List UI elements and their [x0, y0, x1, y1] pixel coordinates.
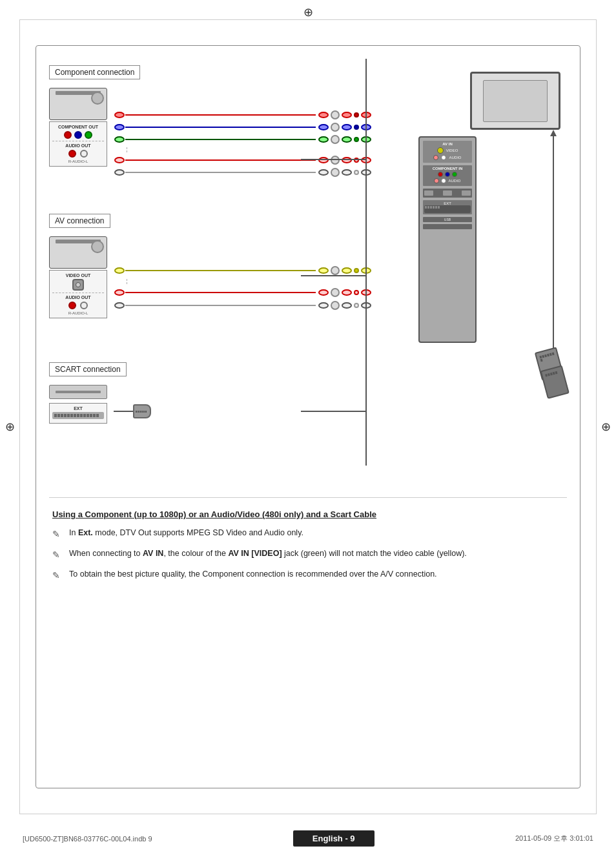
top-center-crosshair: ⊕ [303, 5, 313, 19]
component-r-audio-l: R-AUDIO-L [52, 159, 104, 163]
border-right [596, 19, 597, 814]
right-center-crosshair: ⊕ [601, 420, 611, 434]
border-top [19, 19, 597, 20]
main-content-box: Component connection COMPONENT OUT [36, 45, 580, 788]
tv-diagram: AV IN VIDEO AUDIO COMPONENT IN [418, 72, 560, 298]
av-player-device [49, 236, 107, 269]
component-player-device [49, 88, 107, 120]
note-text-1: In Ext. mode, DTV Out supports MPEG SD V… [69, 527, 303, 539]
component-label: Component connection [49, 65, 140, 79]
note-item-1: ✎ In Ext. mode, DTV Out supports MPEG SD… [52, 527, 564, 541]
border-left [19, 19, 20, 814]
footer-right: 2011-05-09 오후 3:01:01 [515, 834, 593, 843]
component-out-label: COMPONENT OUT [52, 125, 104, 129]
scart-label: SCART connection [49, 362, 127, 376]
note-text-3: To obtain the best picture quality, the … [69, 568, 437, 581]
av-audio-out-label: AUDIO OUT [52, 295, 104, 300]
note-icon-3: ✎ [52, 569, 67, 582]
av-label: AV connection [49, 214, 110, 228]
av-section: AV connection VIDEO OUT [49, 214, 372, 318]
footer-left: [UD6500-ZT]BN68-03776C-00L04.indb 9 [23, 835, 152, 843]
notes-title: Using a Component (up to 1080p) or an Au… [52, 509, 564, 519]
component-section: Component connection COMPONENT OUT [49, 65, 372, 180]
diagram-area: Component connection COMPONENT OUT [49, 59, 567, 498]
scart-section: SCART connection EXT [49, 362, 372, 424]
footer: [UD6500-ZT]BN68-03776C-00L04.indb 9 Engl… [0, 830, 616, 847]
note-icon-1: ✎ [52, 528, 67, 541]
component-audio-out-label: AUDIO OUT [52, 143, 104, 148]
scart-ext-label: EXT [52, 406, 104, 411]
note-item-2: ✎ When connecting to AV IN, the colour o… [52, 548, 564, 562]
text-section: Using a Component (up to 1080p) or an Au… [49, 509, 567, 582]
note-item-3: ✎ To obtain the best picture quality, th… [52, 568, 564, 582]
av-r-audio-l: R-AUDIO-L [52, 311, 104, 315]
page-number-box: English - 9 [293, 830, 375, 847]
page-number: English - 9 [313, 834, 355, 843]
av-video-out-label: VIDEO OUT [52, 273, 104, 278]
note-text-2: When connecting to AV IN, the colour of … [69, 548, 467, 560]
border-bottom [19, 814, 597, 814]
left-center-crosshair: ⊕ [5, 420, 15, 434]
note-icon-2: ✎ [52, 548, 67, 562]
